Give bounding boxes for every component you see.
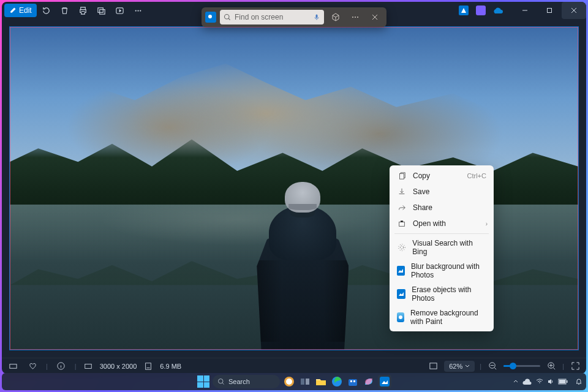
svg-point-4 xyxy=(138,10,139,11)
zoom-slider[interactable] xyxy=(503,365,540,367)
rotate-button[interactable] xyxy=(38,2,55,19)
svg-rect-11 xyxy=(85,364,91,368)
svg-point-27 xyxy=(399,315,402,319)
svg-rect-23 xyxy=(400,174,404,179)
zoom-in-button[interactable] xyxy=(545,360,557,372)
svg-point-30 xyxy=(286,379,292,385)
context-menu-copy[interactable]: Copy Ctrl+C xyxy=(390,168,494,184)
designer-icon xyxy=(459,6,469,15)
wifi-icon xyxy=(536,378,543,385)
mic-icon[interactable] xyxy=(313,13,320,21)
edit-icon xyxy=(9,7,17,14)
taskbar: Search xyxy=(2,373,586,390)
chevron-up-icon xyxy=(513,379,519,385)
context-menu-open-with[interactable]: Open with › xyxy=(390,216,494,232)
search-icon xyxy=(224,13,231,21)
svg-rect-9 xyxy=(9,364,16,369)
context-menu-item-label: Open with xyxy=(413,219,446,228)
search-close-button[interactable] xyxy=(367,10,383,24)
context-menu-erase-objects[interactable]: Erase objects with Photos xyxy=(390,282,494,306)
zoom-level-dropdown[interactable]: 62% xyxy=(444,361,475,372)
taskbar-search[interactable]: Search xyxy=(213,375,280,388)
context-menu-remove-background[interactable]: Remove background with Paint xyxy=(390,306,494,329)
title-bar-left: Edit xyxy=(4,2,147,19)
taskbar-app-store[interactable] xyxy=(346,375,360,388)
favorite-button[interactable] xyxy=(26,360,39,372)
context-menu-blur-background[interactable]: Blur background with Photos xyxy=(390,259,494,282)
chevron-down-icon xyxy=(465,364,470,369)
context-menu-item-label: Erase objects with Photos xyxy=(412,285,486,303)
info-button[interactable] xyxy=(55,360,67,372)
svg-rect-8 xyxy=(548,9,552,13)
taskbar-app-edge[interactable] xyxy=(330,375,344,388)
slideshow-icon xyxy=(115,6,124,15)
copilot-icon xyxy=(284,376,295,387)
svg-rect-19 xyxy=(316,15,318,18)
context-menu-item-label: Share xyxy=(413,203,432,212)
svg-rect-32 xyxy=(306,379,309,385)
maximize-button[interactable] xyxy=(537,2,562,19)
close-button[interactable] xyxy=(562,2,586,19)
context-menu-separator xyxy=(394,233,489,234)
filmstrip-toggle[interactable] xyxy=(7,360,19,372)
context-menu-item-label: Blur background with Photos xyxy=(411,262,486,279)
delete-button[interactable] xyxy=(56,2,74,19)
copilot-icon xyxy=(363,376,374,387)
svg-rect-1 xyxy=(100,9,105,14)
paint-icon xyxy=(397,312,404,322)
onedrive-icon xyxy=(522,378,532,385)
minimize-button[interactable] xyxy=(513,2,537,19)
taskbar-app-taskview[interactable] xyxy=(298,375,312,388)
context-menu-visual-search[interactable]: Visual Search with Bing xyxy=(390,236,494,259)
context-menu-item-label: Save xyxy=(413,187,429,196)
more-icon xyxy=(134,6,143,15)
svg-rect-24 xyxy=(399,222,405,226)
separator: | xyxy=(562,363,564,370)
onedrive-icon xyxy=(492,7,503,14)
onedrive-shortcut[interactable] xyxy=(491,3,505,18)
clipchamp-shortcut[interactable] xyxy=(473,3,488,18)
taskbar-search-label: Search xyxy=(228,378,250,385)
find-on-screen-input[interactable]: Find on screen xyxy=(220,10,324,24)
fit-screen-button[interactable] xyxy=(427,360,439,372)
svg-point-21 xyxy=(355,17,356,18)
fullscreen-button[interactable] xyxy=(569,360,581,372)
svg-rect-31 xyxy=(301,379,304,385)
designer-shortcut[interactable] xyxy=(456,3,471,18)
zoom-in-icon xyxy=(547,361,556,371)
system-tray[interactable] xyxy=(513,378,582,385)
taskbar-app-copilot2[interactable] xyxy=(362,375,375,388)
svg-point-17 xyxy=(208,15,212,18)
svg-rect-13 xyxy=(430,363,437,369)
visual-search-button[interactable] xyxy=(328,10,344,24)
taskbar-app-copilot[interactable] xyxy=(282,375,296,388)
volume-icon xyxy=(547,378,554,385)
search-more-button[interactable] xyxy=(347,10,363,24)
find-on-screen-placeholder: Find on screen xyxy=(235,13,309,21)
maximize-icon xyxy=(546,7,552,13)
edit-button[interactable]: Edit xyxy=(4,4,37,17)
svg-rect-34 xyxy=(349,379,357,386)
slideshow-button[interactable] xyxy=(111,2,129,19)
photos-icon xyxy=(380,377,390,386)
image-canvas-area xyxy=(2,19,586,358)
more-button[interactable] xyxy=(130,2,147,19)
heart-icon xyxy=(28,361,37,371)
taskbar-app-photos[interactable] xyxy=(378,375,391,388)
close-icon xyxy=(371,13,379,21)
photos-icon xyxy=(397,289,405,299)
zoom-out-button[interactable] xyxy=(486,360,499,372)
close-icon xyxy=(571,7,577,13)
context-menu-share[interactable]: Share xyxy=(390,200,494,216)
print-button[interactable] xyxy=(75,2,92,19)
zoom-out-icon xyxy=(488,361,497,371)
start-button[interactable] xyxy=(197,375,210,388)
dimensions-icon xyxy=(84,362,92,371)
image-dimensions: 3000 x 2000 xyxy=(100,363,137,370)
cube-icon xyxy=(331,12,341,22)
separator: | xyxy=(46,363,48,370)
save-icon xyxy=(397,187,407,197)
context-menu-save[interactable]: Save xyxy=(390,184,494,200)
gallery-button[interactable] xyxy=(93,2,110,19)
taskbar-app-explorer[interactable] xyxy=(314,375,328,388)
